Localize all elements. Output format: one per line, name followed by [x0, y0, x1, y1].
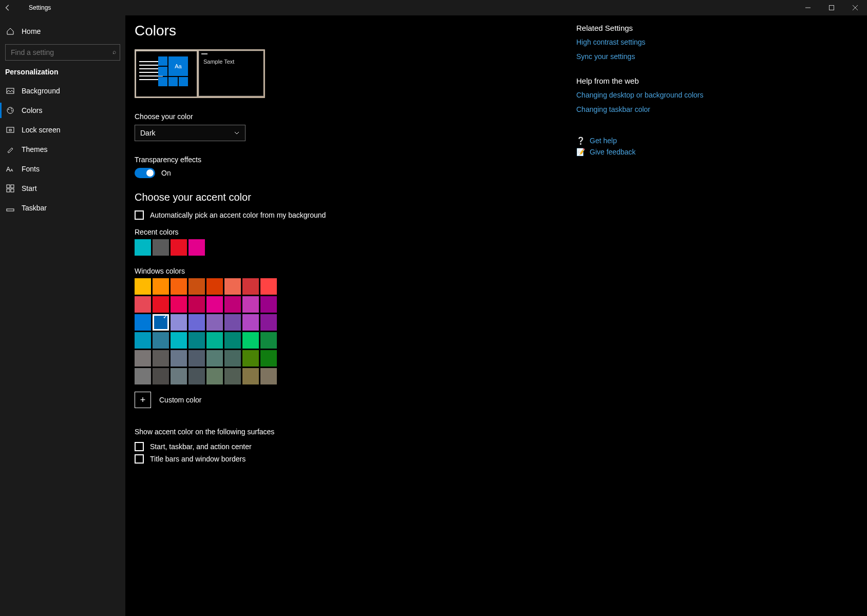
surface-start-label: Start, taskbar, and action center	[150, 442, 252, 451]
auto-pick-checkbox[interactable]	[135, 210, 144, 220]
svg-rect-15	[7, 209, 14, 211]
windows-color-swatch[interactable]	[206, 296, 223, 313]
custom-color-button[interactable]: +	[135, 392, 151, 408]
recent-color-swatch[interactable]	[171, 239, 187, 256]
windows-color-swatch[interactable]	[153, 350, 169, 367]
windows-color-swatch[interactable]	[171, 278, 187, 295]
windows-color-swatch[interactable]	[171, 296, 187, 313]
windows-color-swatch[interactable]	[171, 368, 187, 384]
windows-color-swatch[interactable]	[242, 296, 259, 313]
windows-color-swatch[interactable]	[153, 332, 169, 349]
windows-color-swatch[interactable]	[135, 296, 151, 313]
custom-color-label: Custom color	[159, 396, 201, 404]
sidebar-item-background[interactable]: Background	[0, 81, 125, 101]
windows-color-swatch[interactable]	[224, 350, 241, 367]
windows-color-swatch[interactable]	[260, 296, 277, 313]
recent-color-swatch[interactable]	[135, 239, 151, 256]
search-input[interactable]	[5, 44, 120, 61]
windows-color-swatch[interactable]	[153, 314, 169, 331]
windows-color-swatch[interactable]	[153, 278, 169, 295]
windows-color-swatch[interactable]	[224, 314, 241, 331]
windows-color-swatch[interactable]	[189, 314, 205, 331]
windows-color-swatch[interactable]	[260, 350, 277, 367]
recent-color-swatch[interactable]	[153, 239, 169, 256]
themes-icon	[6, 145, 14, 153]
transparency-state: On	[161, 169, 171, 177]
recent-color-swatch[interactable]	[189, 239, 205, 256]
svg-rect-13	[7, 189, 10, 192]
maximize-button[interactable]	[820, 0, 843, 15]
windows-colors-label: Windows colors	[135, 267, 556, 275]
svg-rect-1	[830, 6, 834, 10]
svg-rect-14	[11, 189, 14, 192]
surfaces-heading: Show accent color on the following surfa…	[135, 428, 556, 436]
close-button[interactable]	[843, 0, 867, 15]
give-feedback-link[interactable]: 📝 Give feedback	[576, 148, 730, 156]
transparency-label: Transparency effects	[135, 156, 556, 164]
windows-color-swatch[interactable]	[206, 368, 223, 384]
windows-color-swatch[interactable]	[171, 314, 187, 331]
sidebar-section: Personalization	[0, 61, 125, 81]
windows-color-swatch[interactable]	[206, 332, 223, 349]
sidebar-item-fonts[interactable]: AAFonts	[0, 159, 125, 179]
windows-color-swatch[interactable]	[135, 314, 151, 331]
windows-color-swatch[interactable]	[242, 368, 259, 384]
windows-color-swatch[interactable]	[224, 278, 241, 295]
minimize-button[interactable]	[796, 0, 820, 15]
windows-color-swatch[interactable]	[242, 278, 259, 295]
windows-color-swatch[interactable]	[224, 368, 241, 384]
related-heading: Related Settings	[576, 24, 730, 32]
surface-title-checkbox[interactable]	[135, 454, 144, 464]
windows-color-swatch[interactable]	[206, 350, 223, 367]
taskbar-icon	[6, 204, 14, 212]
sidebar-item-colors[interactable]: Colors	[0, 101, 125, 120]
back-button[interactable]	[0, 0, 15, 15]
windows-color-swatch[interactable]	[189, 296, 205, 313]
windows-color-swatch[interactable]	[242, 350, 259, 367]
plus-icon: +	[140, 395, 146, 406]
sidebar-item-taskbar[interactable]: Taskbar	[0, 198, 125, 218]
transparency-toggle[interactable]	[135, 168, 155, 178]
surface-start-checkbox[interactable]	[135, 442, 144, 451]
color-mode-dropdown[interactable]: Dark	[135, 125, 246, 141]
windows-color-swatch[interactable]	[224, 296, 241, 313]
windows-color-swatch[interactable]	[260, 368, 277, 384]
sidebar-item-label: Taskbar	[22, 204, 47, 212]
sidebar-item-start[interactable]: Start	[0, 179, 125, 198]
windows-color-swatch[interactable]	[189, 350, 205, 367]
get-help-link[interactable]: ❔ Get help	[576, 137, 730, 145]
surface-title-label: Title bars and window borders	[150, 455, 246, 463]
windows-color-swatch[interactable]	[260, 314, 277, 331]
windows-color-swatch[interactable]	[242, 332, 259, 349]
windows-color-swatch[interactable]	[189, 368, 205, 384]
windows-color-swatch[interactable]	[153, 296, 169, 313]
fonts-icon: AA	[6, 165, 14, 173]
windows-color-swatch[interactable]	[171, 350, 187, 367]
link-sync-settings[interactable]: Sync your settings	[576, 52, 730, 61]
link-changing-taskbar[interactable]: Changing taskbar color	[576, 105, 730, 114]
windows-color-swatch[interactable]	[206, 278, 223, 295]
windows-color-swatch[interactable]	[260, 332, 277, 349]
windows-color-swatch[interactable]	[171, 332, 187, 349]
link-high-contrast[interactable]: High contrast settings	[576, 37, 730, 47]
chevron-down-icon	[234, 130, 240, 136]
svg-point-6	[11, 110, 12, 111]
windows-color-swatch[interactable]	[189, 278, 205, 295]
windows-color-swatch[interactable]	[189, 332, 205, 349]
sidebar-item-lock-screen[interactable]: Lock screen	[0, 120, 125, 140]
windows-color-swatch[interactable]	[260, 278, 277, 295]
windows-color-swatch[interactable]	[224, 332, 241, 349]
sidebar-home[interactable]: Home	[0, 22, 125, 41]
sidebar-item-themes[interactable]: Themes	[0, 140, 125, 159]
svg-rect-2	[7, 88, 14, 93]
windows-color-swatch[interactable]	[242, 314, 259, 331]
windows-color-swatch[interactable]	[153, 368, 169, 384]
windows-color-swatch[interactable]	[135, 332, 151, 349]
svg-rect-11	[7, 185, 10, 188]
windows-color-swatch[interactable]	[135, 278, 151, 295]
svg-text:A: A	[10, 168, 13, 172]
windows-color-swatch[interactable]	[135, 368, 151, 384]
link-changing-desktop[interactable]: Changing desktop or background colors	[576, 90, 730, 100]
windows-color-swatch[interactable]	[135, 350, 151, 367]
windows-color-swatch[interactable]	[206, 314, 223, 331]
